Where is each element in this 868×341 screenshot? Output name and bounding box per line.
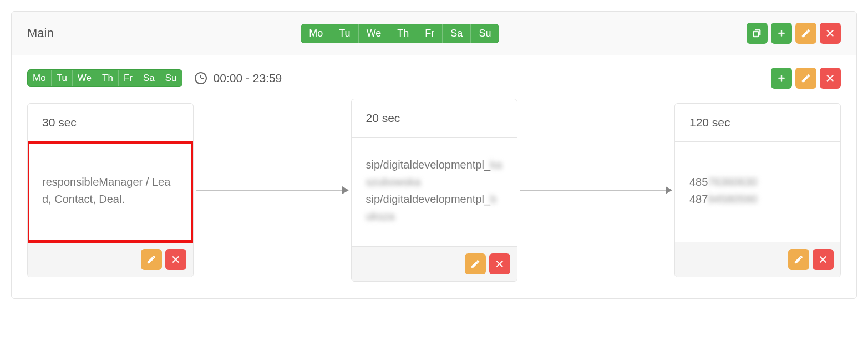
day-th[interactable]: Th: [389, 24, 417, 43]
close-icon: [818, 255, 828, 264]
day-fr[interactable]: Fr: [119, 70, 138, 86]
plus-icon: [776, 28, 786, 38]
add-step-button[interactable]: [771, 68, 792, 89]
day-su[interactable]: Su: [160, 70, 182, 86]
delete-button[interactable]: [820, 23, 841, 44]
day-sa[interactable]: Sa: [443, 24, 471, 43]
step-card: 30 secresponsibleManager / Lead, Contact…: [27, 103, 194, 277]
schedule-days-group: MoTuWeThFrSaSu: [27, 69, 182, 87]
day-mo[interactable]: Mo: [28, 70, 52, 86]
step-line: responsibleManager / Lead, Contact, Deal…: [42, 174, 179, 208]
copy-icon: [752, 28, 762, 38]
pencil-icon: [470, 259, 480, 269]
time-range: 00:00 - 23:59: [195, 72, 282, 85]
step-line: 48576360630: [689, 174, 826, 191]
edit-schedule-button[interactable]: [795, 68, 816, 89]
step-line: 48794580590: [689, 191, 826, 208]
step-footer: [28, 242, 193, 277]
close-icon: [825, 28, 835, 38]
header-actions: [747, 23, 841, 44]
arrow-icon: [520, 190, 673, 191]
step-line: sip/digitaldevelopmentpl_kaszubowska: [366, 156, 502, 191]
day-mo[interactable]: Mo: [301, 24, 331, 43]
arrow-icon: [196, 190, 349, 191]
delete-step-button[interactable]: [165, 249, 186, 270]
step-duration: 20 sec: [352, 99, 517, 138]
panel-title: Main: [27, 26, 54, 40]
edit-step-button[interactable]: [141, 249, 162, 270]
add-button[interactable]: [771, 23, 792, 44]
panel-header: Main MoTuWeThFrSaSu: [12, 12, 856, 55]
day-sa[interactable]: Sa: [138, 70, 160, 86]
plus-icon: [776, 73, 786, 83]
routing-panel: Main MoTuWeThFrSaSu MoTuWeThFrSaSu 00:0: [11, 11, 857, 299]
header-days-group: MoTuWeThFrSaSu: [301, 24, 499, 43]
step-footer: [352, 246, 517, 281]
pencil-icon: [146, 255, 156, 264]
day-we[interactable]: We: [73, 70, 97, 86]
close-icon: [825, 73, 835, 83]
day-tu[interactable]: Tu: [52, 70, 73, 86]
day-su[interactable]: Su: [471, 24, 499, 43]
step-duration: 30 sec: [28, 104, 193, 142]
edit-step-button[interactable]: [465, 253, 486, 274]
step-body: sip/digitaldevelopmentpl_kaszubowskasip/…: [352, 138, 517, 246]
steps-row: 30 secresponsibleManager / Lead, Contact…: [27, 99, 841, 282]
day-we[interactable]: We: [359, 24, 390, 43]
panel-body: MoTuWeThFrSaSu 00:00 - 23:59 30 secrespo…: [12, 55, 856, 298]
step-line: sip/digitaldevelopmentpl_buksza: [366, 191, 502, 225]
delete-step-button[interactable]: [489, 253, 510, 274]
copy-button[interactable]: [747, 23, 768, 44]
delete-step-button[interactable]: [813, 249, 834, 270]
step-footer: [675, 242, 840, 277]
pencil-icon: [794, 255, 804, 264]
pencil-icon: [801, 73, 811, 83]
edit-step-button[interactable]: [788, 249, 809, 270]
day-th[interactable]: Th: [97, 70, 119, 86]
clock-icon: [195, 72, 207, 84]
step-card: 120 sec4857636063048794580590: [674, 103, 841, 277]
delete-schedule-button[interactable]: [820, 68, 841, 89]
header-days-wrap: MoTuWeThFrSaSu: [54, 24, 747, 43]
step-card: 20 secsip/digitaldevelopmentpl_kaszubows…: [351, 99, 517, 282]
day-fr[interactable]: Fr: [417, 24, 443, 43]
time-range-text: 00:00 - 23:59: [214, 72, 282, 85]
close-icon: [171, 255, 181, 264]
step-body: responsibleManager / Lead, Contact, Deal…: [28, 142, 193, 242]
schedule-row: MoTuWeThFrSaSu 00:00 - 23:59: [27, 68, 841, 89]
edit-button[interactable]: [795, 23, 816, 44]
pencil-icon: [801, 28, 811, 38]
schedule-row-actions: [771, 68, 841, 89]
step-duration: 120 sec: [675, 104, 840, 142]
close-icon: [495, 259, 505, 269]
day-tu[interactable]: Tu: [331, 24, 358, 43]
step-body: 4857636063048794580590: [675, 142, 840, 242]
